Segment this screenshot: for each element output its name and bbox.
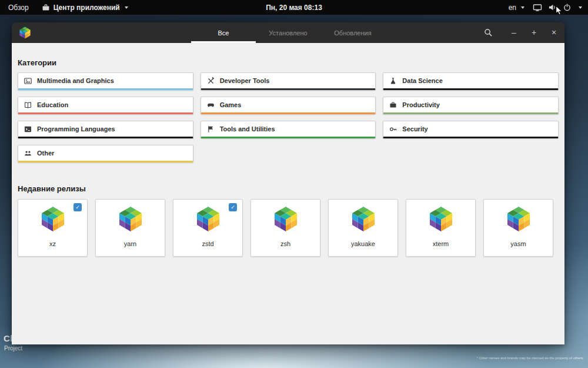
data-science-icon xyxy=(389,77,397,85)
category-label: Productivity xyxy=(402,101,440,108)
clock[interactable]: Пн, 20 мая 08:13 xyxy=(266,4,322,12)
app-card-zstd[interactable]: ✓ zstd xyxy=(173,199,243,257)
package-cube-icon xyxy=(116,205,145,236)
update-check-badge: ✓ xyxy=(229,203,237,211)
developer-tools-icon xyxy=(207,77,215,85)
app-name: yarn xyxy=(124,240,136,247)
category-games[interactable]: Games xyxy=(201,97,376,114)
category-label: Multimedia and Graphics xyxy=(37,77,114,84)
other-icon xyxy=(24,150,32,157)
category-security[interactable]: Security xyxy=(383,121,559,138)
software-center-window: Все Установлено Обновления – + × Категор… xyxy=(12,22,564,344)
system-menu-caret-icon[interactable] xyxy=(579,6,582,9)
category-productivity[interactable]: Productivity xyxy=(383,97,559,114)
package-cube-icon xyxy=(194,205,222,236)
update-check-badge: ✓ xyxy=(74,203,82,211)
category-label: Security xyxy=(402,125,427,132)
category-label: Education xyxy=(37,101,68,108)
package-cube-icon xyxy=(272,205,300,236)
category-other[interactable]: Other xyxy=(18,145,193,163)
close-button[interactable]: × xyxy=(549,22,559,43)
app-card-xterm[interactable]: xterm xyxy=(406,199,476,257)
app-menu-button[interactable]: Центр приложений xyxy=(39,0,131,15)
recent-apps-row: ✓ xz yarn ✓ zstd zsh yakuake xyxy=(18,199,559,257)
games-icon xyxy=(207,101,215,109)
category-label: Games xyxy=(220,101,242,108)
minimize-button[interactable]: – xyxy=(509,22,519,43)
keyboard-layout-button[interactable]: en xyxy=(506,0,527,15)
main-content: Категории Multimedia and Graphics Develo… xyxy=(12,43,564,344)
app-name: yasm xyxy=(510,240,526,247)
tab-installed[interactable]: Установлено xyxy=(256,22,320,43)
category-label: Developer Tools xyxy=(220,77,270,84)
education-icon xyxy=(24,101,32,109)
tab-updates[interactable]: Обновления xyxy=(320,22,385,43)
programming-icon xyxy=(24,125,32,133)
categories-title: Категории xyxy=(18,43,559,67)
productivity-icon xyxy=(389,101,397,109)
tab-all[interactable]: Все xyxy=(191,22,256,43)
category-education[interactable]: Education xyxy=(18,97,193,114)
app-name: xterm xyxy=(433,240,449,247)
category-tools-and-utilities[interactable]: Tools and Utilities xyxy=(201,121,376,138)
app-card-zsh[interactable]: zsh xyxy=(250,199,320,257)
maximize-button[interactable]: + xyxy=(529,22,539,43)
app-name: xz xyxy=(49,240,56,247)
app-menu-label: Центр приложений xyxy=(54,4,120,12)
app-card-yasm[interactable]: yasm xyxy=(483,199,553,257)
briefcase-icon xyxy=(42,4,50,12)
categories-grid: Multimedia and Graphics Developer Tools … xyxy=(18,72,559,163)
category-programming-languages[interactable]: Programming Languages xyxy=(18,121,193,138)
search-icon[interactable] xyxy=(484,28,493,37)
app-card-yakuake[interactable]: yakuake xyxy=(328,199,398,257)
category-multimedia-and-graphics[interactable]: Multimedia and Graphics xyxy=(18,72,193,90)
recent-releases-title: Недавние релизы xyxy=(18,184,559,193)
overview-label: Обзор xyxy=(8,4,29,12)
category-label: Programming Languages xyxy=(37,125,115,132)
mouse-cursor xyxy=(555,5,563,18)
app-name: zstd xyxy=(202,240,213,247)
package-cube-icon xyxy=(427,205,455,236)
view-tabs: Все Установлено Обновления xyxy=(191,22,385,43)
category-label: Other xyxy=(37,150,54,157)
display-icon[interactable] xyxy=(533,3,542,12)
app-card-xz[interactable]: ✓ xz xyxy=(18,199,88,257)
category-label: Data Science xyxy=(402,77,442,84)
security-icon xyxy=(389,125,397,133)
app-cube-icon xyxy=(18,26,32,42)
tools-icon xyxy=(207,125,215,133)
power-icon[interactable] xyxy=(563,3,572,12)
package-cube-icon xyxy=(349,205,377,236)
wallpaper-subtitle: Project xyxy=(4,345,22,352)
wallpaper-footnote: * Other names and brands may be claimed … xyxy=(477,356,584,360)
multimedia-icon xyxy=(24,77,32,85)
dropdown-caret-icon xyxy=(125,6,128,9)
top-bar: Обзор Центр приложений Пн, 20 мая 08:13 … xyxy=(0,0,588,15)
package-cube-icon xyxy=(505,205,533,236)
activities-overview-button[interactable]: Обзор xyxy=(6,0,31,15)
dropdown-caret-icon xyxy=(521,6,524,9)
app-name: zsh xyxy=(280,240,290,247)
category-developer-tools[interactable]: Developer Tools xyxy=(201,72,376,90)
package-cube-icon xyxy=(39,205,67,236)
category-data-science[interactable]: Data Science xyxy=(383,72,559,90)
category-label: Tools and Utilities xyxy=(220,125,275,132)
app-name: yakuake xyxy=(351,240,375,247)
app-card-yarn[interactable]: yarn xyxy=(95,199,165,257)
keyboard-layout-label: en xyxy=(509,4,516,12)
header-bar: Все Установлено Обновления – + × xyxy=(12,22,564,43)
